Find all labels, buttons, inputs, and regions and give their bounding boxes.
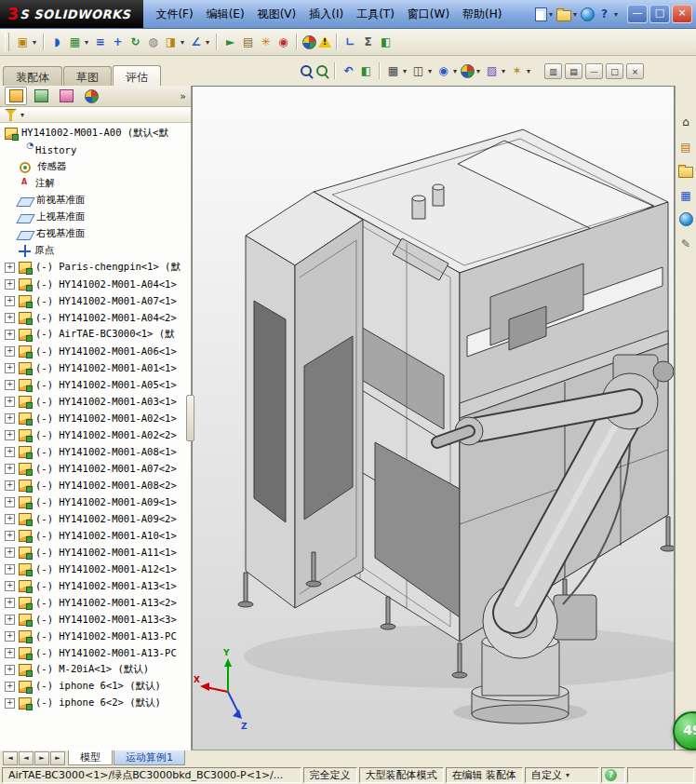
tab-model[interactable]: 模型 [68, 750, 113, 765]
new-motion-study-icon[interactable]: ► [222, 34, 238, 50]
expand-icon[interactable]: + [5, 564, 15, 574]
expand-icon[interactable]: + [5, 598, 15, 608]
menu-file[interactable]: 文件(F) [149, 4, 199, 25]
tree-item[interactable]: +(-) HY141002-M001-A10<1> [0, 527, 191, 544]
mate-icon[interactable]: ◗ [49, 34, 65, 50]
exploded-view-icon[interactable]: ✳ [258, 34, 274, 50]
view-palette-icon[interactable]: ▦ [680, 187, 690, 203]
tree-item[interactable]: +(-) HY141002-M001-A13-PC [0, 628, 191, 644]
tree-item[interactable]: +传感器 [0, 158, 191, 175]
hide-show-items-flyout-arrow[interactable]: ▾ [453, 67, 457, 75]
menu-tools[interactable]: 工具(T) [350, 4, 401, 25]
display-style-icon[interactable]: ◫ [410, 63, 426, 79]
tree-item[interactable]: +(-) M-20iA<1> (默认) [0, 661, 191, 678]
tab-scroll-button-0[interactable]: ◄ [3, 751, 18, 765]
tree-item[interactable]: +(-) Paris-chengpin<1> (默 [0, 259, 191, 276]
featuremanager-tab[interactable] [5, 87, 27, 105]
tree-item[interactable]: +(-) iphone 6<2> (默认) [0, 695, 191, 711]
tree-item[interactable]: +(-) HY141002-M001-A01<1> [0, 359, 191, 376]
expand-icon[interactable]: + [5, 480, 15, 491]
section-properties-icon[interactable]: ◧ [378, 34, 394, 50]
command-tab-assembly[interactable]: 装配体 [3, 66, 62, 88]
menu-view[interactable]: 视图(V) [251, 4, 303, 25]
expand-icon[interactable]: + [5, 380, 15, 390]
tree-item[interactable]: +(-) HY141002-M001-A11<1> [0, 544, 191, 561]
zoom-to-fit-icon[interactable] [300, 64, 314, 78]
expand-icon[interactable]: + [5, 464, 15, 474]
tree-item[interactable]: +(-) HY141002-M001-A13<2> [0, 594, 191, 611]
tree-item[interactable]: +注解 [0, 175, 191, 192]
status-custom-dropdown[interactable]: 自定义 ▾ [525, 767, 599, 783]
propertymanager-tab[interactable] [30, 87, 52, 105]
tree-item[interactable]: +(-) iphone 6<1> (默认) [0, 678, 191, 695]
new-document-icon[interactable] [535, 7, 547, 21]
tab-scroll-button-1[interactable]: ◄ [19, 751, 33, 765]
move-component-icon[interactable]: + [110, 34, 126, 50]
measure-icon[interactable]: ∟ [342, 34, 358, 50]
previous-view-icon[interactable]: ↶ [341, 63, 356, 79]
restore-document-icon[interactable]: □ [606, 63, 623, 79]
menu-window[interactable]: 窗口(W) [401, 4, 456, 25]
linear-component-pattern-flyout-arrow[interactable]: ▾ [85, 38, 88, 47]
open-icon[interactable] [556, 10, 571, 21]
display-style-flyout-arrow[interactable]: ▾ [428, 67, 432, 75]
mass-properties-icon[interactable]: Σ [360, 34, 376, 50]
home-icon[interactable]: ⌂ [682, 114, 689, 129]
tree-item[interactable]: +(-) HY141002-M001-A13<1> [0, 577, 191, 594]
hide-show-items-icon[interactable]: ◉ [435, 63, 451, 79]
reference-geometry-flyout-arrow[interactable]: ▾ [206, 38, 209, 47]
new-document-flyout-arrow[interactable]: ▾ [549, 10, 553, 19]
status-help[interactable]: ? [601, 767, 625, 783]
apply-scene-flyout-arrow[interactable]: ▾ [502, 67, 505, 75]
maximize-button[interactable]: □ [649, 5, 670, 23]
menu-insert[interactable]: 插入(I) [302, 4, 350, 25]
expand-icon[interactable]: + [5, 514, 15, 524]
rotate-component-icon[interactable]: ↻ [127, 34, 143, 50]
close-document-icon[interactable]: × [626, 63, 644, 79]
close-button[interactable]: × [672, 5, 692, 23]
tree-item[interactable]: +(-) HY141002-M001-A09<1> [0, 493, 191, 510]
section-view-icon[interactable]: ◧ [358, 63, 374, 79]
expand-icon[interactable]: + [5, 346, 15, 357]
tree-item[interactable]: +(-) HY141002-M001-A13-PC [0, 644, 191, 661]
tree-item[interactable]: +右视基准面 [0, 225, 191, 242]
custom-properties-icon[interactable]: ✎ [681, 236, 690, 251]
tree-item[interactable]: +(-) HY141002-M001-A08<1> [0, 443, 191, 460]
tree-item[interactable]: +History [0, 142, 191, 158]
view-orientation-icon[interactable]: ▦ [385, 63, 401, 79]
tree-item[interactable]: +(-) HY141002-M001-A02<2> [0, 426, 191, 443]
expand-icon[interactable]: + [5, 296, 15, 306]
expand-icon[interactable]: + [5, 547, 15, 558]
expand-icon[interactable]: + [5, 430, 15, 440]
configurationmanager-tab[interactable] [55, 87, 77, 105]
command-tab-sketch[interactable]: 草图 [63, 66, 112, 88]
expand-icon[interactable]: + [5, 397, 15, 407]
minimize-button[interactable]: — [627, 5, 648, 23]
viewport-layout-2-icon[interactable]: ▤ [565, 63, 582, 79]
help-icon[interactable]: ? [596, 7, 612, 22]
expand-icon[interactable]: + [5, 313, 15, 323]
tab-scroll-button-3[interactable]: ► [50, 751, 65, 765]
toolbar-grip[interactable] [5, 33, 9, 51]
view-orientation-flyout-arrow[interactable]: ▾ [403, 67, 407, 75]
tree-item[interactable]: +(-) HY141002-M001-A05<1> [0, 376, 191, 393]
tree-item[interactable]: +上视基准面 [0, 209, 191, 225]
graphics-area[interactable]: X Y Z [192, 86, 675, 750]
tree-item[interactable]: +(-) AirTAE-BC3000<1> (默 [0, 326, 191, 343]
displaymanager-tab[interactable] [80, 87, 102, 105]
rebuild-warning-icon[interactable]: ! [318, 36, 331, 47]
tab-scroll-button-2[interactable]: ► [34, 751, 49, 765]
expand-icon[interactable]: + [5, 648, 15, 658]
tree-item[interactable]: +(-) HY141002-M001-A04<2> [0, 309, 191, 326]
open-flyout-arrow[interactable]: ▾ [573, 10, 577, 19]
tree-item[interactable]: +原点 [0, 242, 191, 259]
expand-icon[interactable]: + [5, 698, 15, 709]
tree-item[interactable]: +(-) HY141002-M001-A09<2> [0, 510, 191, 527]
expand-icon[interactable]: + [5, 497, 15, 507]
view-settings-flyout-arrow[interactable]: ▾ [527, 67, 530, 75]
edit-appearance-hud-icon[interactable] [461, 64, 475, 78]
tree-item[interactable]: +(-) HY141002-M001-A02<1> [0, 410, 191, 426]
viewport-layout-icon[interactable]: ▥ [544, 63, 562, 79]
interference-detection-icon[interactable]: ◉ [275, 34, 291, 50]
show-hidden-components-icon[interactable]: ◍ [145, 34, 161, 50]
